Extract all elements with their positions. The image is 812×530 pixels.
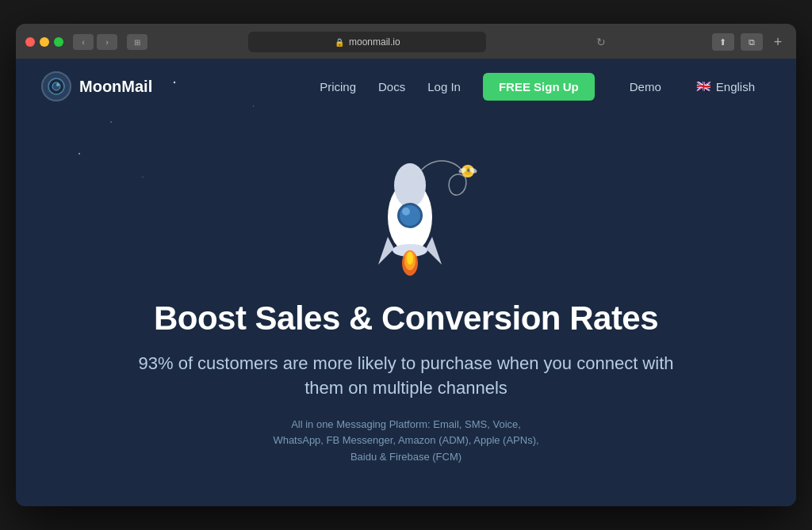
- url-text: moonmail.io: [349, 36, 400, 48]
- svg-point-51: [402, 208, 410, 215]
- language-flag: 🇬🇧: [696, 79, 711, 93]
- browser-actions: ⬆ ⧉ +: [712, 33, 787, 51]
- tab-overview-button[interactable]: ⧉: [741, 33, 763, 51]
- reload-button[interactable]: ↻: [591, 34, 611, 50]
- svg-point-48: [394, 163, 426, 208]
- share-button[interactable]: ⬆: [712, 33, 734, 51]
- logo-text: MoonMail: [79, 78, 152, 96]
- logo[interactable]: MoonMail: [41, 71, 152, 101]
- logo-icon: [41, 71, 71, 101]
- minimize-button[interactable]: [40, 37, 49, 47]
- traffic-lights: [25, 37, 63, 47]
- address-bar[interactable]: 🔒 moonmail.io: [248, 32, 486, 52]
- free-signup-button[interactable]: FREE Sign Up: [483, 73, 595, 101]
- nav-language[interactable]: 🇬🇧 English: [696, 79, 755, 93]
- browser-chrome: ‹ › ⊞ 🔒 moonmail.io ↻ ⬆ ⧉ +: [16, 24, 796, 59]
- nav-login[interactable]: Log In: [427, 80, 461, 93]
- navigation: MoonMail Pricing Docs Log In FREE Sign U…: [16, 59, 796, 114]
- nav-links: Pricing Docs Log In FREE Sign Up Demo 🇬🇧…: [320, 73, 755, 101]
- hero-subtitle: 93% of customers are more likely to purc…: [136, 352, 676, 401]
- forward-button[interactable]: ›: [97, 34, 117, 50]
- back-button[interactable]: ‹: [73, 34, 94, 50]
- svg-point-40: [52, 82, 60, 90]
- hero-platforms: All in one Messaging Platform: Email, SM…: [273, 417, 538, 466]
- nav-buttons: ‹ ›: [73, 34, 117, 50]
- close-button[interactable]: [25, 37, 35, 47]
- website-content: MoonMail Pricing Docs Log In FREE Sign U…: [16, 59, 796, 506]
- rocket-illustration: [295, 122, 517, 280]
- lock-icon: 🔒: [335, 38, 344, 47]
- language-label: English: [716, 80, 755, 93]
- hero-section: Boost Sales & Conversion Rates 93% of cu…: [16, 114, 796, 498]
- add-tab-button[interactable]: +: [769, 33, 787, 51]
- maximize-button[interactable]: [54, 37, 63, 47]
- svg-point-55: [407, 252, 413, 265]
- svg-point-41: [56, 83, 59, 86]
- hero-title: Boost Sales & Conversion Rates: [154, 299, 658, 337]
- tab-icon: ⊞: [127, 34, 147, 50]
- browser-window: ‹ › ⊞ 🔒 moonmail.io ↻ ⬆ ⧉ +: [16, 24, 796, 506]
- nav-docs[interactable]: Docs: [378, 80, 405, 93]
- nav-demo[interactable]: Demo: [630, 80, 661, 93]
- nav-pricing[interactable]: Pricing: [320, 80, 356, 93]
- svg-point-50: [400, 205, 420, 226]
